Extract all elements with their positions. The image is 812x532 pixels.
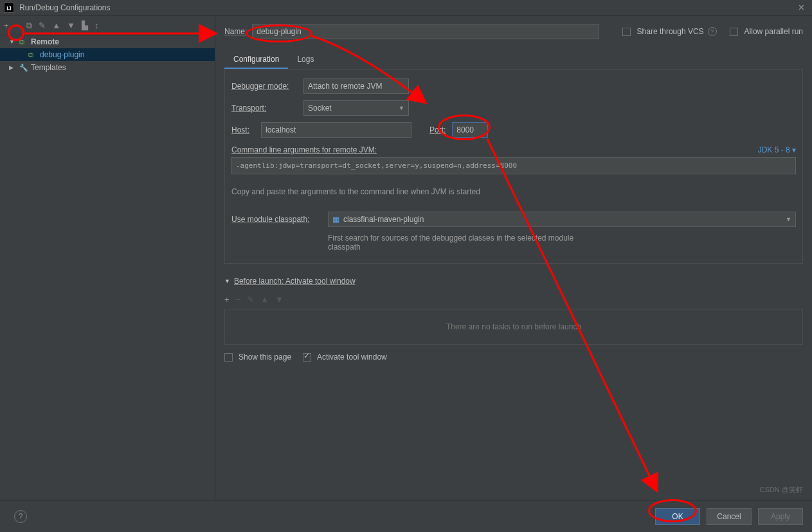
cmd-args-value[interactable]: -agentlib:jdwp=transport=dt_socket,serve… <box>231 157 796 174</box>
chevron-down-icon: ▼ <box>224 278 230 284</box>
help-button[interactable]: ? <box>14 510 27 523</box>
tab-configuration[interactable]: Configuration <box>224 51 288 69</box>
host-input[interactable] <box>261 122 411 138</box>
show-page-checkbox[interactable] <box>224 353 233 362</box>
remote-icon: ⧉ <box>19 38 28 46</box>
down-task-icon: ▼ <box>275 295 284 304</box>
name-input[interactable] <box>252 24 599 39</box>
share-label: Share through VCS <box>637 27 704 36</box>
module-icon: ▦ <box>332 215 339 224</box>
transport-label: Transport: <box>231 104 297 113</box>
section-title: Before launch: Activate tool window <box>234 277 356 286</box>
chevron-down-icon: ▼ <box>786 216 791 223</box>
tree-node-remote[interactable]: ▼ ⧉ Remote <box>0 35 215 48</box>
help-icon[interactable]: ? <box>708 27 717 36</box>
title-bar: IJ Run/Debug Configurations × <box>0 0 812 16</box>
remove-icon[interactable]: − <box>15 21 21 30</box>
config-tree: ▼ ⧉ Remote ⧉ debug-plugin ▶ 🔧 Templates <box>0 35 215 500</box>
expand-icon[interactable]: ↕ <box>95 21 99 30</box>
wrench-icon: 🔧 <box>19 64 28 72</box>
close-icon[interactable]: × <box>795 2 808 14</box>
folder-icon[interactable]: ▙ <box>82 21 88 30</box>
remove-task-icon: − <box>236 295 241 304</box>
port-label: Port: <box>429 125 446 134</box>
watermark: CSDN @笑虾 <box>760 485 803 495</box>
copy-icon[interactable]: ⧉ <box>26 21 32 31</box>
parallel-checkbox[interactable] <box>730 28 738 36</box>
debugger-mode-label: Debugger mode: <box>231 82 297 91</box>
tree-label: Remote <box>31 37 59 46</box>
chevron-down-icon: ▼ <box>9 39 17 45</box>
show-page-label: Show this page <box>239 353 291 362</box>
activate-checkbox[interactable] <box>303 353 311 362</box>
port-input[interactable] <box>452 122 488 138</box>
tab-logs[interactable]: Logs <box>288 51 323 69</box>
debugger-mode-select[interactable]: Attach to remote JVM <box>303 78 409 94</box>
transport-select[interactable]: Socket ▼ <box>303 100 409 116</box>
activate-label: Activate tool window <box>317 353 387 362</box>
up-task-icon: ▲ <box>260 295 269 304</box>
name-label: Name: <box>224 27 247 36</box>
tree-label: Templates <box>31 63 66 72</box>
tree-label: debug-plugin <box>40 50 84 59</box>
apply-button[interactable]: Apply <box>758 508 803 525</box>
add-task-icon[interactable]: + <box>224 295 230 304</box>
parallel-label: Allow parallel run <box>744 27 803 36</box>
edit-icon[interactable]: ✎ <box>39 21 46 30</box>
cancel-button[interactable]: Cancel <box>707 508 752 525</box>
ok-button[interactable]: OK <box>655 508 700 525</box>
module-label: Use module classpath: <box>231 215 321 224</box>
remote-icon: ⧉ <box>28 51 37 59</box>
app-icon: IJ <box>4 3 14 13</box>
chevron-down-icon: ▼ <box>399 105 404 111</box>
host-label: Host: <box>231 125 255 134</box>
share-checkbox[interactable] <box>622 28 631 36</box>
tree-node-templates[interactable]: ▶ 🔧 Templates <box>0 61 215 74</box>
module-hint: First search for sources of the debugged… <box>328 234 585 252</box>
jdk-select-link[interactable]: JDK 5 - 8 ▾ <box>758 145 796 154</box>
sidebar-toolbar: + − ⧉ ✎ ▲ ▼ ▙ ↕ <box>0 16 215 35</box>
sidebar: + − ⧉ ✎ ▲ ▼ ▙ ↕ ▼ ⧉ Remote ⧉ debug-plugi… <box>0 16 215 500</box>
down-icon[interactable]: ▼ <box>67 21 75 30</box>
cmd-hint: Copy and paste the arguments to the comm… <box>231 187 796 196</box>
cmd-args-label: Command line arguments for remote JVM: <box>231 145 377 154</box>
chevron-right-icon: ▶ <box>9 64 17 71</box>
before-launch-header[interactable]: ▼ Before launch: Activate tool window <box>224 277 803 286</box>
edit-task-icon: ✎ <box>247 295 254 304</box>
tree-node-debug-plugin[interactable]: ⧉ debug-plugin <box>0 48 215 61</box>
select-value: Socket <box>308 104 332 113</box>
before-launch-panel: There are no tasks to run before launch <box>224 309 803 345</box>
window-title: Run/Debug Configurations <box>19 3 110 12</box>
empty-text: There are no tasks to run before launch <box>446 322 581 331</box>
up-icon[interactable]: ▲ <box>52 21 60 30</box>
dialog-footer: ? OK Cancel Apply <box>0 500 812 532</box>
main-panel: Name: Share through VCS ? Allow parallel… <box>215 16 812 500</box>
add-icon[interactable]: + <box>4 21 9 30</box>
select-value: classfinal-maven-plugin <box>343 215 424 224</box>
select-value: Attach to remote JVM <box>308 82 382 91</box>
module-select[interactable]: ▦classfinal-maven-plugin ▼ <box>328 212 796 227</box>
